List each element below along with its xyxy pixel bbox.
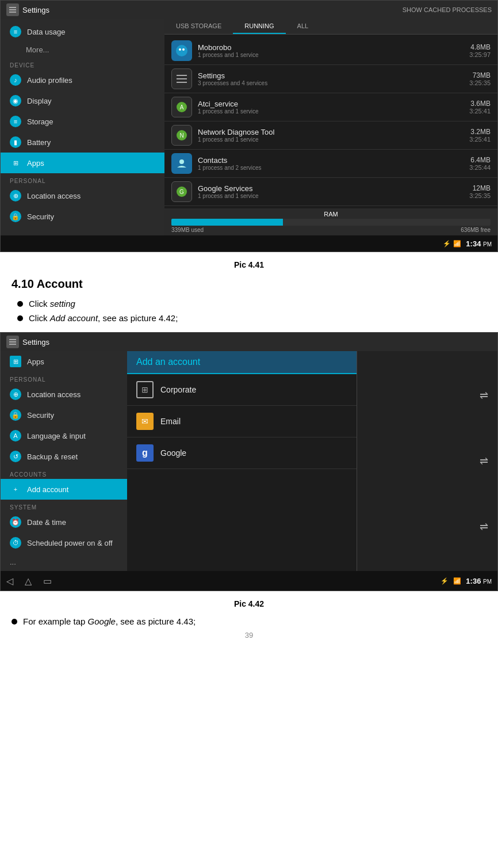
account-option-email[interactable]: ✉ Email — [127, 406, 357, 437]
app-desc-contacts: 1 process and 2 services — [198, 165, 463, 171]
tab-all[interactable]: ALL — [286, 19, 320, 34]
sidebar-item-more[interactable]: More... — [1, 42, 164, 58]
app-row-contacts[interactable]: Contacts 1 process and 2 services 6.4MB … — [164, 150, 497, 178]
sidebar-item-display[interactable]: ◉ Display — [1, 90, 164, 111]
svg-rect-6 — [177, 75, 187, 76]
app-desc-moborobo: 1 process and 1 service — [198, 52, 463, 58]
ram-used-label: 339MB used — [171, 227, 204, 233]
s2-sidebar-language[interactable]: A Language & input — [1, 425, 127, 446]
s2-sidebar-datetime[interactable]: ⏰ Date & time — [1, 512, 127, 532]
svg-point-4 — [179, 48, 181, 51]
app-row-settings[interactable]: Settings 3 processes and 4 services 73MB… — [164, 65, 497, 93]
app-size-atci: 3.6MB — [469, 100, 491, 108]
s2-sidebar-backup[interactable]: ↺ Backup & reset — [1, 446, 127, 467]
app-desc-atci: 1 process and 1 service — [198, 108, 463, 115]
app-size-contacts: 6.4MB — [469, 156, 491, 164]
sidebar-item-battery[interactable]: ▮ Battery — [1, 132, 164, 153]
show-cached-btn[interactable]: SHOW CACHED PROCESSES — [403, 6, 492, 13]
svg-rect-2 — [9, 12, 16, 13]
home-icon[interactable]: △ — [25, 576, 32, 587]
app-row-atci[interactable]: A Atci_service 1 process and 1 service 3… — [164, 93, 497, 121]
sidebar-item-security[interactable]: 🔒 Security — [1, 206, 164, 227]
sidebar-item-audio[interactable]: ♪ Audio profiles — [1, 70, 164, 90]
app-desc-settings: 3 processes and 4 services — [198, 80, 463, 86]
svg-text:N: N — [179, 132, 183, 139]
app-meta-settings: 73MB 3:25:35 — [469, 71, 491, 86]
app-row-network[interactable]: N Network Diagnose Tool 1 process and 1 … — [164, 121, 497, 150]
svg-rect-7 — [177, 78, 187, 79]
app-meta-moborobo: 4.8MB 3:25:97 — [469, 43, 491, 58]
tab-running[interactable]: RUNNING — [233, 19, 285, 34]
sidebar1: ≡ Data usage More... DEVICE ♪ Audio prof… — [1, 19, 164, 235]
sidebar-item-storage[interactable]: ≡ Storage — [1, 111, 164, 132]
app-name-moborobo: Moborobo — [198, 43, 463, 52]
app-name-atci: Atci_service — [198, 100, 463, 108]
app-desc-network: 1 process and 1 service — [198, 136, 463, 143]
account-name-email: Email — [160, 417, 181, 426]
app-row-google[interactable]: G Google Services 1 process and 1 servic… — [164, 178, 497, 206]
app-info-moborobo: Moborobo 1 process and 1 service — [198, 43, 463, 58]
italic-setting: setting — [50, 299, 75, 309]
status-icons1: ⚡ 📶 — [443, 240, 461, 248]
status-time1: 1:34 PM — [466, 239, 492, 248]
s2-section-accounts: ACCOUNTS — [1, 467, 127, 479]
sidebar-item-apps[interactable]: ⊞ Apps — [1, 153, 164, 173]
app-info-google: Google Services 1 process and 1 service — [198, 184, 463, 199]
screenshot2: Settings ⊞ Apps PERSONAL ⊕ Location acce… — [0, 332, 498, 591]
back-icon[interactable]: ◁ — [6, 576, 13, 587]
bullet-2: Click Add account, see as picture 4.42; — [17, 313, 486, 323]
app-row-moborobo[interactable]: Moborobo 1 process and 1 service 4.8MB 3… — [164, 37, 497, 65]
app-icon-moborobo — [171, 40, 192, 61]
svg-rect-17 — [9, 341, 16, 342]
google-icon: g — [136, 444, 154, 462]
status-time2: 1:36 PM — [466, 577, 492, 585]
app-size-network: 3.2MB — [469, 128, 491, 136]
s2-sidebar-apps[interactable]: ⊞ Apps — [1, 351, 127, 372]
settings-icon — [6, 3, 19, 16]
caption1: Pic 4.41 — [0, 260, 498, 269]
s2-location-icon: ⊕ — [10, 389, 21, 400]
ram-free-label: 636MB free — [461, 227, 491, 233]
apps-icon: ⊞ — [10, 157, 21, 169]
app-time-moborobo: 3:25:97 — [469, 51, 491, 58]
recent-icon[interactable]: ▭ — [43, 576, 52, 587]
caption2: Pic 4.42 — [0, 599, 498, 608]
s2-apps-icon: ⊞ — [10, 356, 21, 367]
app-time-google: 3:25:35 — [469, 192, 491, 199]
app-size-moborobo: 4.8MB — [469, 43, 491, 51]
section-device: DEVICE — [1, 58, 164, 70]
app-icon-settings — [171, 68, 192, 89]
s2-sidebar-security[interactable]: 🔒 Security — [1, 405, 127, 425]
bottom-status: ⚡ 📶 1:36 PM — [440, 577, 492, 585]
app-meta-atci: 3.6MB 3:25:41 — [469, 100, 491, 115]
slider-icon-2: ⇌ — [480, 455, 488, 467]
app-info-atci: Atci_service 1 process and 1 service — [198, 100, 463, 115]
status-bar1: ⚡ 📶 1:34 PM — [1, 235, 497, 252]
account-option-corporate[interactable]: ⊞ Corporate — [127, 374, 357, 406]
svg-text:A: A — [180, 104, 184, 111]
s2-section-system: SYSTEM — [1, 500, 127, 512]
tab-usb-storage[interactable]: USB STORAGE — [164, 19, 233, 34]
app-name-google: Google Services — [198, 184, 463, 193]
s2-language-icon: A — [10, 430, 21, 441]
bullet-dot-2 — [17, 315, 23, 321]
app-meta-network: 3.2MB 3:25:41 — [469, 128, 491, 143]
sidebar-item-data-usage[interactable]: ≡ Data usage — [1, 21, 164, 42]
svg-rect-1 — [9, 9, 16, 10]
sidebar-item-location[interactable]: ⊕ Location access — [1, 185, 164, 206]
s2-sidebar-scheduled[interactable]: ⏱ Scheduled power on & off — [1, 532, 127, 553]
s2-scheduled-icon: ⏱ — [10, 537, 21, 549]
ram-used-fill — [171, 219, 283, 226]
s2-datetime-icon: ⏰ — [10, 516, 21, 528]
topbar2: Settings — [1, 333, 497, 351]
app-name-contacts: Contacts — [198, 156, 463, 165]
s2-backup-icon: ↺ — [10, 451, 21, 462]
s2-sidebar-location[interactable]: ⊕ Location access — [1, 384, 127, 405]
topbar-title: Settings — [22, 6, 49, 14]
s2-sidebar-add-account[interactable]: + Add account — [1, 479, 127, 500]
s2-sidebar-more[interactable]: ... — [1, 553, 127, 571]
ram-bar — [171, 219, 491, 226]
slider-icon-1: ⇌ — [480, 389, 488, 402]
account-option-google[interactable]: g Google — [127, 437, 357, 469]
bullet-1: Click setting — [17, 299, 486, 309]
